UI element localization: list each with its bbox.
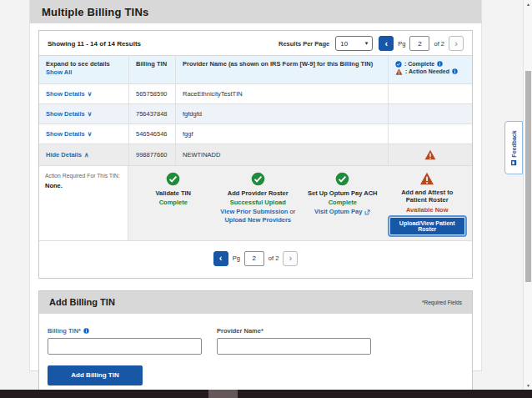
page-title: Multiple Billing TINs [42,6,148,18]
table-header-row: Expand to see details Show All Billing T… [39,56,472,84]
page-number-value: 2 [253,254,256,262]
provider-name-value: RaceEthnicityTestTIN [183,90,381,98]
action-required-value: None. [45,182,122,189]
warning-triangle-icon [419,172,434,185]
pg-label: Pg [398,40,405,48]
external-link-icon [364,209,370,215]
chevron-right-icon: › [454,39,458,48]
step-patient-roster: Add and Attest to Patient Roster Availab… [385,172,470,235]
billing-tin-label-text: Billing TIN* [48,327,81,335]
toggle-label: Show Details [46,90,85,98]
step-status: Complete [159,199,188,206]
table-row: Show Details∨ 546546546 fggf [39,124,472,144]
hide-details-toggle[interactable]: Hide Details∧ [46,151,122,159]
chevron-left-icon: ‹ [219,254,223,263]
results-per-page-value: 10 [340,40,348,48]
page-number-input[interactable]: 2 [244,251,264,266]
add-billing-tin-button[interactable]: Add Billing TIN [48,365,143,385]
bottom-pagination: ‹ Pg 2 of 2 › [39,241,472,278]
chevron-down-icon: ▾ [365,40,369,47]
pg-label: Pg [233,254,240,262]
header-provider-name-label: Provider Name (as shown on IRS Form [W-9… [183,60,381,68]
status-cell [388,144,472,165]
step-add-provider-roster: Add Provider Roster Successful Upload Vi… [216,172,301,235]
results-per-page-label: Results Per Page [279,40,329,48]
billing-tin-table: Expand to see details Show All Billing T… [39,55,472,241]
billing-tin-value: 565758590 [136,90,168,98]
status-cell [388,124,472,144]
upload-view-patient-roster-button[interactable]: Upload/View Patient Roster [389,217,466,235]
info-icon[interactable] [83,328,89,334]
feedback-icon [511,159,517,165]
page-number-value: 2 [418,40,421,48]
chevron-right-icon: › [289,254,293,263]
vertical-scrollbar[interactable]: ▲ ▼ [523,0,532,390]
chevron-down-icon: ∨ [88,90,93,98]
tin-detail-panel: Action Required For This TIN: None. Vali… [39,166,472,241]
visit-optum-pay-link[interactable]: Visit Optum Pay [314,208,370,216]
billing-tins-card: Showing 11 - 14 of 14 Results Results Pe… [38,30,473,279]
step-status: Complete [329,199,357,206]
show-all-link[interactable]: Show All [46,68,122,76]
provider-name-label: Provider Name* [217,327,371,335]
chevron-up-icon: ∧ [84,151,89,159]
link-label: View Prior Submission [220,208,288,215]
top-pagination: ‹ Pg 2 of 2 › [379,36,464,51]
horizontal-scrollbar-thumb[interactable] [208,390,238,398]
show-details-toggle[interactable]: Show Details∨ [46,90,122,98]
show-details-toggle[interactable]: Show Details∨ [46,130,122,138]
warning-triangle-icon [395,68,403,75]
toggle-label: Show Details [46,130,85,138]
page: Multiple Billing TINs Showing 11 - 14 of… [0,0,532,398]
view-prior-submission-link[interactable]: View Prior Submission or [220,208,295,216]
prev-page-button[interactable]: ‹ [379,36,394,51]
show-details-toggle[interactable]: Show Details∨ [46,110,122,118]
next-page-button[interactable]: › [449,36,464,51]
scrollbar-thumb[interactable] [525,71,531,282]
provider-name-value: fggf [183,130,381,138]
results-per-page-select[interactable]: 10 ▾ [335,36,373,51]
check-circle-icon [335,172,349,186]
scroll-up-icon[interactable]: ▲ [524,2,532,7]
required-fields-note: *Required Fields [422,300,462,305]
action-required-cell: Action Required For This TIN: None. [39,166,128,240]
info-icon[interactable] [452,68,458,74]
provider-name-input[interactable] [217,338,371,355]
billing-tin-input[interactable] [48,338,202,355]
prev-page-button[interactable]: ‹ [213,251,228,266]
step-title: Add Provider Roster [228,189,289,197]
legend-action-needed-label: : Action Needed [405,68,449,75]
header-expand-label: Expand to see details [46,60,122,68]
tin-steps: Validate TIN Complete Add Provider Roste… [128,166,472,240]
horizontal-scrollbar[interactable] [0,390,532,398]
add-billing-tin-title: Add Billing TIN [49,297,115,307]
results-bar: Showing 11 - 14 of 14 Results Results Pe… [39,31,472,55]
toggle-label: Hide Details [46,151,82,159]
page-number-input[interactable]: 2 [409,36,429,51]
feedback-label: Feedback [511,130,517,157]
info-icon[interactable] [437,61,443,67]
toggle-label: Show Details [46,110,85,118]
chevron-down-icon: ∨ [88,110,93,118]
or-label: or [290,208,296,215]
upload-new-providers-link[interactable]: Upload New Providers [224,216,291,224]
table-row-expanded: Hide Details∧ 998877660 NEWTINADD [39,144,472,166]
step-validate-tin: Validate TIN Complete [131,172,216,235]
step-status: Available Now [406,206,449,214]
main-panel: Multiple Billing TINs Showing 11 - 14 of… [29,0,482,371]
billing-tin-label: Billing TIN* [48,327,202,335]
next-page-button[interactable]: › [283,251,298,266]
link-label: Visit Optum Pay [314,208,362,216]
status-cell [388,84,472,103]
step-title: Set Up Optum Pay ACH [308,189,377,197]
header-billing-tin-label: Billing TIN [136,60,168,68]
scroll-down-icon[interactable]: ▼ [524,383,532,388]
billing-tin-value: 756437848 [136,110,168,118]
feedback-tab[interactable]: Feedback [504,121,523,174]
results-count-text: Showing 11 - 14 of 14 Results [48,40,141,48]
header-expand: Expand to see details Show All [39,56,128,83]
billing-tin-value: 546546546 [136,130,168,138]
provider-name-value: NEWTINADD [183,151,381,159]
status-cell [388,104,472,123]
header-billing-tin: Billing TIN [128,56,175,83]
